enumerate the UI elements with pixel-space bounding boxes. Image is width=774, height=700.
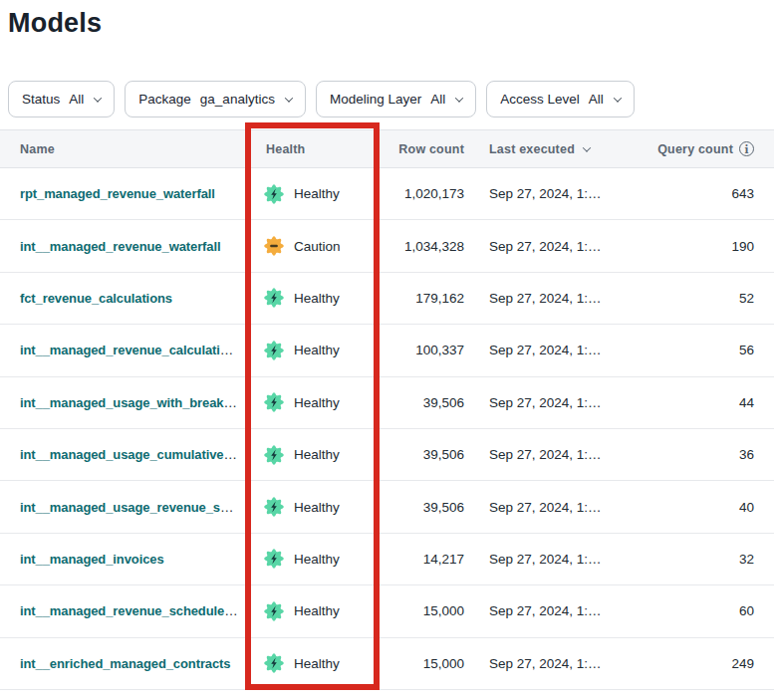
model-name-cell: int__managed_revenue_calculations: [0, 343, 244, 357]
health-status-icon: [264, 601, 284, 621]
last-executed-cell: Sep 27, 2024, 1:…: [464, 186, 638, 201]
model-name-link[interactable]: int__managed_invoices: [20, 552, 164, 567]
health-cell: Healthy: [244, 497, 380, 517]
model-name-cell: int__managed_revenue_waterfall: [0, 239, 244, 254]
query-count-cell: 249: [638, 656, 774, 671]
column-header-last-executed-label: Last executed: [489, 142, 575, 156]
table-row: int__managed_revenue_calculations Health…: [0, 325, 774, 376]
model-name-link[interactable]: int__managed_revenue_schedule_…: [20, 603, 244, 618]
package-filter-label: Package: [138, 92, 191, 107]
model-name-cell: int__managed_invoices: [0, 552, 244, 567]
model-name-cell: rpt_managed_revenue_waterfall: [0, 186, 244, 201]
health-cell: Healthy: [244, 653, 380, 673]
health-cell: Healthy: [244, 445, 380, 465]
health-cell: Caution: [244, 236, 380, 256]
column-header-last-executed[interactable]: Last executed: [464, 142, 638, 156]
page-title: Models: [8, 6, 774, 40]
model-name-cell: int__managed_revenue_schedule_…: [0, 603, 244, 618]
table-row: int__managed_revenue_waterfall Caution 1…: [0, 220, 774, 272]
column-header-query-count-label: Query count: [657, 142, 733, 156]
last-executed-cell: Sep 27, 2024, 1:…: [464, 656, 638, 671]
column-header-query-count: Query count i: [638, 141, 774, 156]
query-count-cell: 56: [638, 343, 774, 357]
last-executed-cell: Sep 27, 2024, 1:…: [464, 500, 638, 515]
table-row: rpt_managed_revenue_waterfall Healthy 1,…: [0, 168, 774, 220]
column-header-name: Name: [0, 142, 244, 156]
health-cell: Healthy: [244, 288, 380, 308]
model-name-link[interactable]: fct_revenue_calculations: [20, 291, 172, 306]
last-executed-cell: Sep 27, 2024, 1:…: [464, 239, 638, 254]
table-row: int__managed_usage_cumulative_… Healthy …: [0, 429, 774, 481]
table-row: int__managed_revenue_schedule_… Healthy …: [0, 585, 774, 637]
row-count-cell: 15,000: [380, 656, 464, 671]
health-status-label: Healthy: [294, 656, 340, 671]
status-filter-label: Status: [22, 92, 60, 107]
table-body: rpt_managed_revenue_waterfall Healthy 1,…: [0, 168, 774, 690]
model-name-cell: fct_revenue_calculations: [0, 291, 244, 306]
chevron-down-icon: [455, 94, 463, 102]
query-count-cell: 36: [638, 447, 774, 462]
modeling-layer-filter-value: All: [430, 92, 445, 107]
row-count-cell: 14,217: [380, 552, 464, 567]
health-status-label: Healthy: [294, 603, 340, 618]
health-status-label: Healthy: [294, 291, 340, 306]
model-name-link[interactable]: int__enriched_managed_contracts: [20, 656, 230, 671]
chevron-down-icon: [285, 94, 293, 102]
chevron-down-icon: [94, 94, 102, 102]
models-table: Name Health Row count Last executed Quer…: [0, 129, 774, 690]
model-name-link[interactable]: int__managed_usage_revenue_sc…: [20, 500, 240, 515]
health-status-icon: [264, 288, 284, 308]
column-header-row-count: Row count: [380, 142, 464, 156]
chevron-down-icon: [583, 143, 591, 151]
health-status-label: Healthy: [294, 552, 340, 567]
last-executed-cell: Sep 27, 2024, 1:…: [464, 343, 638, 357]
access-level-filter[interactable]: Access Level All: [486, 81, 635, 117]
model-name-link[interactable]: int__managed_revenue_waterfall: [20, 239, 220, 254]
filter-bar: Status All Package ga_analytics Modeling…: [8, 81, 774, 117]
table-row: int__managed_invoices Healthy 14,217 Sep…: [0, 534, 774, 585]
table-row: int__managed_usage_with_breaka… Healthy …: [0, 377, 774, 429]
models-page: Models Status All Package ga_analytics M…: [0, 0, 774, 700]
row-count-cell: 39,506: [380, 447, 464, 462]
package-filter-value: ga_analytics: [200, 92, 275, 107]
row-count-cell: 39,506: [380, 395, 464, 410]
model-name-cell: int__managed_usage_revenue_sc…: [0, 500, 244, 515]
last-executed-cell: Sep 27, 2024, 1:…: [464, 552, 638, 567]
model-name-link[interactable]: rpt_managed_revenue_waterfall: [20, 186, 215, 201]
row-count-cell: 39,506: [380, 500, 464, 515]
dash-icon: [270, 245, 278, 248]
package-filter[interactable]: Package ga_analytics: [125, 81, 306, 117]
model-name-cell: int__managed_usage_with_breaka…: [0, 395, 244, 410]
health-status-icon: [264, 445, 284, 465]
table-row: int__enriched_managed_contracts Healthy …: [0, 638, 774, 690]
row-count-cell: 1,020,173: [380, 186, 464, 201]
access-level-filter-label: Access Level: [500, 92, 580, 107]
model-name-link[interactable]: int__managed_usage_with_breaka…: [20, 395, 244, 410]
modeling-layer-filter-label: Modeling Layer: [330, 92, 421, 107]
last-executed-cell: Sep 27, 2024, 1:…: [464, 603, 638, 618]
health-status-label: Caution: [294, 239, 341, 254]
row-count-cell: 1,034,328: [380, 239, 464, 254]
health-cell: Healthy: [244, 601, 380, 621]
health-status-icon: [264, 184, 284, 204]
last-executed-cell: Sep 27, 2024, 1:…: [464, 447, 638, 462]
health-cell: Healthy: [244, 392, 380, 412]
last-executed-cell: Sep 27, 2024, 1:…: [464, 395, 638, 410]
query-count-cell: 643: [638, 186, 774, 201]
column-header-health: Health: [244, 142, 380, 156]
model-name-link[interactable]: int__managed_revenue_calculations: [20, 343, 243, 357]
row-count-cell: 179,162: [380, 291, 464, 306]
health-status-icon: [264, 549, 284, 569]
access-level-filter-value: All: [589, 92, 604, 107]
row-count-cell: 100,337: [380, 343, 464, 357]
info-icon[interactable]: i: [739, 141, 754, 156]
health-status-label: Healthy: [294, 395, 340, 410]
modeling-layer-filter[interactable]: Modeling Layer All: [316, 81, 476, 117]
health-cell: Healthy: [244, 184, 380, 204]
table-header-row: Name Health Row count Last executed Quer…: [0, 129, 774, 168]
row-count-cell: 15,000: [380, 603, 464, 618]
model-name-link[interactable]: int__managed_usage_cumulative_…: [20, 447, 244, 462]
query-count-cell: 44: [638, 395, 774, 410]
status-filter[interactable]: Status All: [8, 81, 115, 117]
health-status-label: Healthy: [294, 447, 340, 462]
